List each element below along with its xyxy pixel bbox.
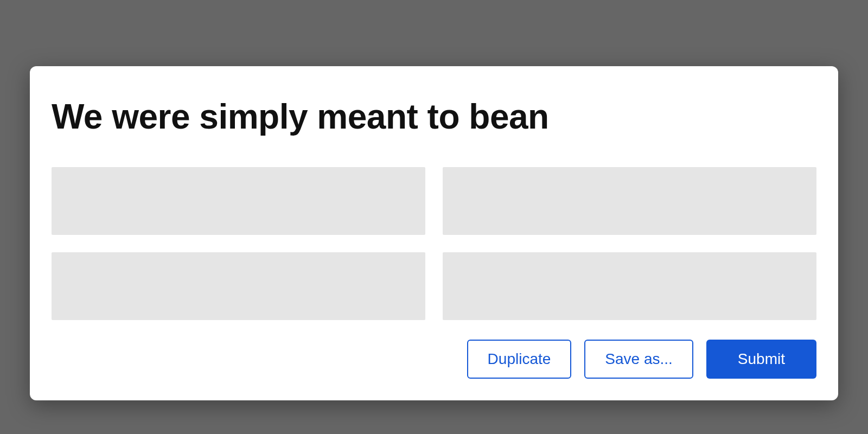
content-placeholder [52,167,425,235]
modal-title: We were simply meant to bean [52,97,816,137]
submit-button[interactable]: Submit [706,340,816,379]
content-grid [52,167,816,320]
duplicate-button[interactable]: Duplicate [467,340,572,379]
content-placeholder [52,252,425,320]
content-placeholder [443,252,816,320]
content-placeholder [443,167,816,235]
modal-dialog: We were simply meant to bean Duplicate S… [30,66,838,400]
save-as-button[interactable]: Save as... [584,340,693,379]
action-bar: Duplicate Save as... Submit [52,340,816,379]
